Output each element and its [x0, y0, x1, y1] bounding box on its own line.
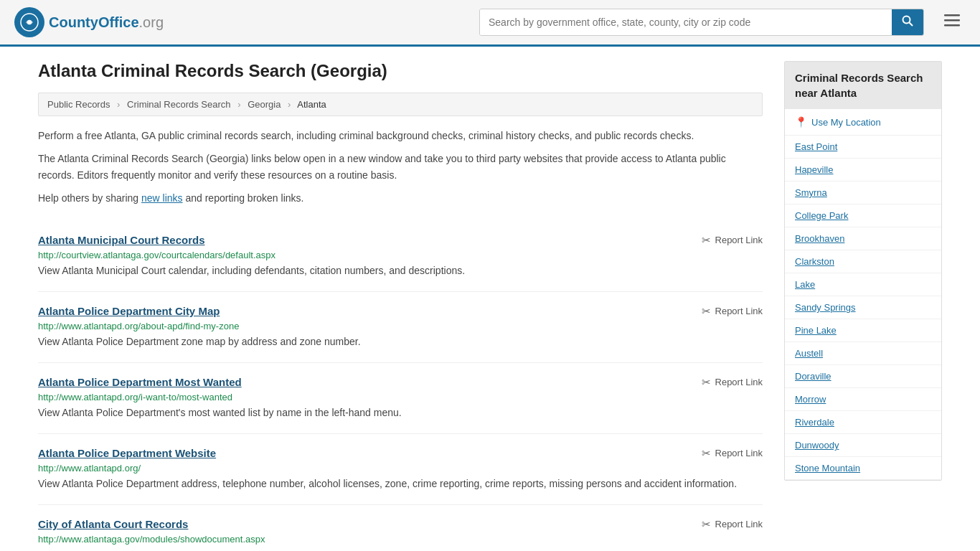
intro-paragraph-3: Help others by sharing new links and rep… — [38, 190, 763, 206]
breadcrumb-current: Atlanta — [297, 99, 326, 110]
record-item: Atlanta Police Department Website ✂ Repo… — [38, 434, 763, 505]
sidebar-city-link-6[interactable]: Lake — [785, 273, 941, 296]
svg-rect-6 — [944, 24, 960, 27]
sidebar-city-link-8[interactable]: Pine Lake — [785, 319, 941, 342]
sidebar-city-item: Stone Mountain — [785, 457, 941, 480]
report-link-2[interactable]: ✂ Report Link — [702, 376, 763, 389]
svg-point-2 — [903, 17, 910, 24]
record-url-3[interactable]: http://www.atlantapd.org/ — [38, 463, 763, 474]
sidebar-city-item: East Point — [785, 136, 941, 159]
sidebar-city-item: Riverdale — [785, 411, 941, 434]
sidebar-city-item: Hapeville — [785, 159, 941, 182]
report-icon-2: ✂ — [702, 376, 711, 389]
logo-text: CountyOffice.org — [49, 14, 164, 31]
sidebar-city-item: Austell — [785, 342, 941, 365]
record-title-1[interactable]: Atlanta Police Department City Map — [38, 305, 220, 317]
sidebar-city-item: College Park — [785, 204, 941, 227]
sidebar-city-item: Doraville — [785, 365, 941, 388]
sidebar-city-link-9[interactable]: Austell — [785, 342, 941, 364]
record-item: Atlanta Police Department Most Wanted ✂ … — [38, 363, 763, 434]
logo[interactable]: CountyOffice.org — [14, 7, 164, 37]
sidebar-city-item: Morrow — [785, 388, 941, 411]
page-title: Atlanta Criminal Records Search (Georgia… — [38, 61, 763, 81]
sidebar-city-item: Sandy Springs — [785, 296, 941, 319]
sidebar-city-item: Pine Lake — [785, 319, 941, 342]
record-url-2[interactable]: http://www.atlantapd.org/i-want-to/most-… — [38, 392, 763, 402]
breadcrumb-public-records[interactable]: Public Records — [47, 99, 110, 110]
breadcrumb-criminal-records[interactable]: Criminal Records Search — [127, 99, 231, 110]
sidebar-city-link-1[interactable]: Hapeville — [785, 159, 941, 181]
nearby-cities-list: East PointHapevilleSmyrnaCollege ParkBro… — [785, 136, 941, 480]
record-desc-0: View Atlanta Municipal Court calendar, i… — [38, 263, 763, 278]
sidebar-city-link-0[interactable]: East Point — [785, 136, 941, 158]
sidebar-city-item: Dunwoody — [785, 434, 941, 457]
sidebar-city-link-11[interactable]: Morrow — [785, 388, 941, 410]
report-icon-3: ✂ — [702, 447, 711, 460]
location-pin-icon: 📍 — [795, 116, 807, 128]
use-my-location[interactable]: 📍 Use My Location — [785, 109, 941, 136]
logo-icon — [14, 7, 44, 37]
sidebar-city-link-7[interactable]: Sandy Springs — [785, 296, 941, 319]
record-desc-3: View Atlanta Police Department address, … — [38, 476, 763, 491]
sidebar-city-item: Clarkston — [785, 250, 941, 273]
record-title-3[interactable]: Atlanta Police Department Website — [38, 447, 216, 459]
record-item: City of Atlanta Court Records ✂ Report L… — [38, 505, 763, 551]
report-icon-1: ✂ — [702, 305, 711, 318]
intro-paragraph-1: Perform a free Atlanta, GA public crimin… — [38, 128, 763, 143]
main-content: Atlanta Criminal Records Search (Georgia… — [38, 61, 763, 551]
report-link-0[interactable]: ✂ Report Link — [702, 234, 763, 247]
sidebar-city-link-10[interactable]: Doraville — [785, 365, 941, 387]
sidebar-city-link-13[interactable]: Dunwoody — [785, 434, 941, 456]
sidebar-city-link-5[interactable]: Clarkston — [785, 250, 941, 273]
report-link-4[interactable]: ✂ Report Link — [702, 518, 763, 531]
record-title-2[interactable]: Atlanta Police Department Most Wanted — [38, 376, 242, 388]
sidebar-city-link-12[interactable]: Riverdale — [785, 411, 941, 433]
sidebar: Criminal Records Search near Atlanta 📍 U… — [784, 61, 942, 551]
sidebar-city-link-14[interactable]: Stone Mountain — [785, 457, 941, 479]
report-icon-0: ✂ — [702, 234, 711, 247]
search-button[interactable] — [892, 9, 923, 35]
search-input[interactable] — [480, 9, 892, 35]
sidebar-city-item: Lake — [785, 273, 941, 296]
search-icon — [902, 15, 913, 27]
report-icon-4: ✂ — [702, 518, 711, 531]
record-url-4[interactable]: http://www.atlantaga.gov/modules/showdoc… — [38, 534, 763, 545]
report-link-3[interactable]: ✂ Report Link — [702, 447, 763, 460]
sidebar-city-item: Smyrna — [785, 182, 941, 204]
sidebar-box: Criminal Records Search near Atlanta 📍 U… — [784, 61, 942, 481]
record-url-1[interactable]: http://www.atlantapd.org/about-apd/find-… — [38, 321, 763, 331]
svg-line-3 — [910, 23, 913, 27]
report-link-1[interactable]: ✂ Report Link — [702, 305, 763, 318]
records-list: Atlanta Municipal Court Records ✂ Report… — [38, 221, 763, 551]
record-desc-2: View Atlanta Police Department's most wa… — [38, 405, 763, 420]
hamburger-icon — [944, 14, 960, 27]
sidebar-city-link-2[interactable]: Smyrna — [785, 182, 941, 204]
record-title-4[interactable]: City of Atlanta Court Records — [38, 518, 188, 530]
record-url-0[interactable]: http://courtview.atlantaga.gov/courtcale… — [38, 250, 763, 260]
record-title-0[interactable]: Atlanta Municipal Court Records — [38, 234, 205, 246]
record-item: Atlanta Municipal Court Records ✂ Report… — [38, 221, 763, 292]
sidebar-city-item: Brookhaven — [785, 227, 941, 250]
menu-button[interactable] — [938, 10, 966, 34]
record-desc-1: View Atlanta Police Department zone map … — [38, 334, 763, 349]
breadcrumb: Public Records › Criminal Records Search… — [38, 93, 763, 116]
sidebar-city-link-3[interactable]: College Park — [785, 204, 941, 227]
record-item: Atlanta Police Department City Map ✂ Rep… — [38, 292, 763, 363]
sidebar-city-link-4[interactable]: Brookhaven — [785, 227, 941, 250]
search-bar — [479, 9, 924, 36]
intro-paragraph-2: The Atlanta Criminal Records Search (Geo… — [38, 151, 763, 183]
new-links-link[interactable]: new links — [141, 192, 183, 204]
svg-rect-4 — [944, 14, 960, 17]
svg-rect-5 — [944, 19, 960, 22]
sidebar-header: Criminal Records Search near Atlanta — [785, 62, 941, 109]
svg-point-1 — [27, 20, 32, 24]
breadcrumb-georgia[interactable]: Georgia — [248, 99, 281, 110]
